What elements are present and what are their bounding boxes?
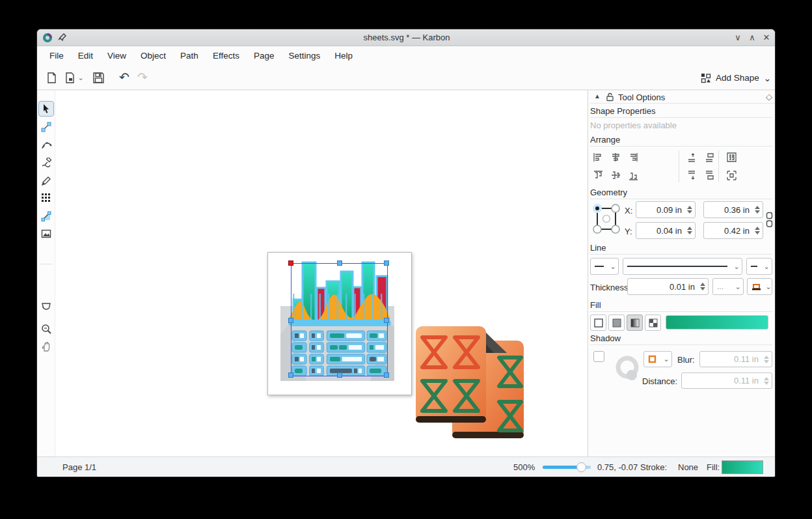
artistic-shape-tool[interactable] bbox=[38, 299, 54, 315]
docker-collapse-icon[interactable]: ▲ bbox=[594, 92, 601, 100]
shadow-color-combobox[interactable]: ⌄ bbox=[643, 351, 672, 367]
open-recent-chevron-icon[interactable]: ⌄ bbox=[76, 70, 85, 85]
pencil-tool[interactable] bbox=[38, 173, 54, 188]
menu-item-effects[interactable]: Effects bbox=[206, 48, 247, 63]
raise-button[interactable] bbox=[684, 150, 699, 164]
spin-arrows-icon bbox=[761, 352, 772, 367]
menu-item-view[interactable]: View bbox=[100, 48, 133, 63]
align-right-button[interactable] bbox=[625, 150, 641, 164]
fill-color-swatch[interactable] bbox=[722, 460, 763, 474]
pan-tool[interactable] bbox=[38, 339, 54, 354]
chevron-down-icon: ⌄ bbox=[761, 262, 772, 271]
docker-lock-icon[interactable] bbox=[606, 92, 614, 102]
shape-properties-title: Shape Properties bbox=[590, 106, 655, 116]
add-shape-chevron-icon: ⌄ bbox=[764, 73, 771, 83]
spin-arrows-icon[interactable] bbox=[752, 202, 763, 217]
add-shape-icon bbox=[701, 73, 711, 83]
line-cap-combobox[interactable]: ⌄ bbox=[590, 258, 619, 275]
canvas[interactable]: ⌄ ‹ › bbox=[55, 90, 588, 456]
sheets-copy-graphic[interactable] bbox=[416, 326, 524, 438]
bezier-curve-tool[interactable] bbox=[38, 137, 54, 152]
spin-arrows-icon[interactable] bbox=[684, 223, 695, 238]
edit-shapes-tool[interactable] bbox=[38, 119, 54, 135]
shadow-color-icon bbox=[648, 355, 656, 363]
selection-handle-bottom-middle[interactable] bbox=[337, 372, 342, 378]
selection-handle-top-middle[interactable] bbox=[337, 260, 342, 266]
spin-arrows-icon[interactable] bbox=[752, 223, 763, 238]
align-center-horizontal-button[interactable] bbox=[608, 150, 623, 164]
selection-handle-top-right[interactable] bbox=[384, 260, 389, 266]
align-top-icon bbox=[593, 170, 604, 181]
maximize-button[interactable]: ∧ bbox=[746, 33, 758, 42]
fill-gradient-preview[interactable] bbox=[666, 315, 768, 330]
selection-handle-bottom-right[interactable] bbox=[384, 372, 389, 378]
line-style-combobox[interactable]: ⌄ bbox=[623, 258, 742, 275]
menu-item-help[interactable]: Help bbox=[327, 48, 360, 63]
y-position-spinbox[interactable]: 0.04 in bbox=[636, 222, 696, 239]
shadow-angle-dial[interactable] bbox=[614, 354, 642, 383]
menu-item-settings[interactable]: Settings bbox=[281, 48, 327, 63]
minimize-button[interactable]: ∨ bbox=[732, 33, 744, 42]
selection-handle-middle-right[interactable] bbox=[384, 318, 389, 323]
group-button[interactable] bbox=[724, 169, 739, 182]
chevron-down-icon: ⌄ bbox=[731, 262, 742, 271]
selection-rectangle[interactable] bbox=[291, 263, 388, 376]
spin-arrows-icon[interactable] bbox=[697, 279, 708, 294]
image-pattern-tool[interactable] bbox=[38, 226, 54, 242]
line-join-combobox[interactable]: ⌄ bbox=[746, 258, 772, 275]
lower-button[interactable] bbox=[684, 169, 699, 182]
align-top-button[interactable] bbox=[590, 169, 606, 182]
docker-float-icon[interactable]: ◇ bbox=[766, 92, 772, 102]
marker-combobox[interactable]: ⌄ bbox=[747, 278, 772, 295]
fill-pattern-button[interactable] bbox=[645, 315, 661, 331]
align-left-button[interactable] bbox=[590, 150, 606, 164]
menu-item-object[interactable]: Object bbox=[133, 48, 173, 63]
x-position-spinbox[interactable]: 0.09 in bbox=[636, 201, 696, 218]
bring-to-front-icon bbox=[704, 152, 715, 163]
pattern-tool[interactable] bbox=[38, 190, 54, 206]
gradient-tool[interactable] bbox=[38, 208, 54, 224]
save-button[interactable] bbox=[90, 70, 106, 85]
zoom-slider[interactable] bbox=[543, 466, 591, 469]
calligraphy-tool[interactable] bbox=[38, 155, 54, 171]
menu-item-edit[interactable]: Edit bbox=[71, 48, 100, 63]
y-label: Y: bbox=[625, 227, 632, 236]
bring-to-front-button[interactable] bbox=[701, 150, 717, 164]
height-spinbox[interactable]: 0.42 in bbox=[703, 222, 763, 239]
send-to-back-button[interactable] bbox=[701, 169, 717, 182]
titlebar[interactable]: sheets.svg * — Karbon ∨ ∧ ✕ bbox=[37, 29, 776, 46]
menubar: FileEditViewObjectPathEffectsPageSetting… bbox=[37, 46, 776, 64]
geometry-title: Geometry bbox=[590, 188, 627, 197]
width-spinbox[interactable]: 0.36 in bbox=[703, 201, 763, 218]
distribute-button[interactable] bbox=[724, 150, 739, 164]
line-title: Line bbox=[590, 243, 606, 253]
dash-pattern-combobox[interactable]: ...⌄ bbox=[712, 278, 744, 295]
selection-handle-middle-left[interactable] bbox=[288, 318, 293, 323]
new-document-button[interactable] bbox=[44, 70, 59, 85]
add-shape-button[interactable]: Add Shape ⌄ bbox=[697, 70, 775, 86]
send-to-back-icon bbox=[704, 170, 715, 181]
menu-item-file[interactable]: File bbox=[42, 48, 71, 63]
selection-handle-top-left[interactable] bbox=[288, 260, 293, 266]
select-tool[interactable] bbox=[38, 101, 54, 117]
open-document-button[interactable] bbox=[62, 70, 77, 85]
fill-none-button[interactable] bbox=[590, 315, 606, 331]
aspect-ratio-link-icon[interactable] bbox=[766, 212, 773, 229]
menu-item-page[interactable]: Page bbox=[247, 48, 282, 63]
shadow-enable-checkbox[interactable] bbox=[593, 351, 604, 362]
fill-solid-button[interactable] bbox=[608, 315, 625, 331]
zoom-slider-fill bbox=[543, 466, 580, 469]
zoom-slider-knob[interactable] bbox=[576, 462, 586, 472]
align-bottom-button[interactable] bbox=[625, 169, 641, 182]
close-button[interactable]: ✕ bbox=[761, 33, 772, 42]
x-label: X: bbox=[625, 206, 632, 216]
thickness-spinbox[interactable]: 0.01 in bbox=[627, 278, 709, 295]
menu-item-path[interactable]: Path bbox=[173, 48, 206, 63]
selection-handle-bottom-left[interactable] bbox=[288, 372, 293, 378]
align-center-vertical-button[interactable] bbox=[608, 169, 623, 182]
anchor-position-widget[interactable] bbox=[591, 203, 621, 236]
spin-arrows-icon[interactable] bbox=[684, 202, 695, 217]
fill-gradient-button[interactable] bbox=[627, 315, 643, 331]
undo-icon[interactable]: ↶ bbox=[116, 70, 132, 85]
zoom-tool[interactable] bbox=[38, 321, 54, 337]
